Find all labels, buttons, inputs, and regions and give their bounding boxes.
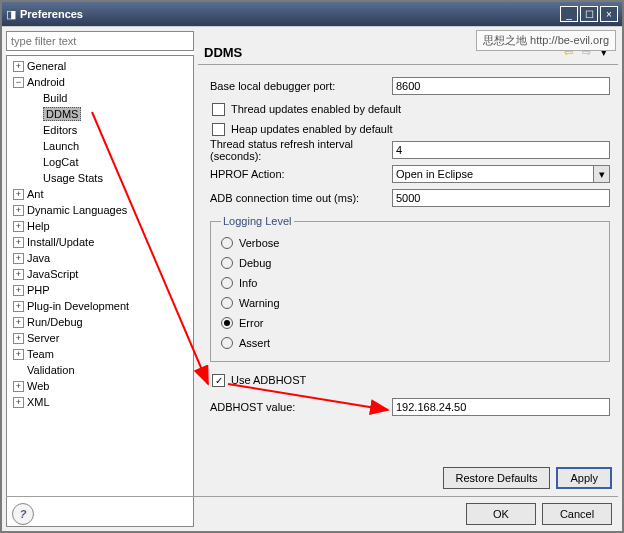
label-adb-timeout: ADB connection time out (ms): [210,192,392,204]
tree-item-web[interactable]: +Web [9,378,191,394]
tree-item-ddms[interactable]: DDMS [9,106,191,122]
apply-button[interactable]: Apply [556,467,612,489]
tree-item-help[interactable]: +Help [9,218,191,234]
expand-icon[interactable]: + [13,285,24,296]
left-pane: +General −Android Build DDMS Editors Lau… [6,31,194,527]
label-thread-upd: Thread updates enabled by default [231,103,401,115]
expand-icon[interactable]: + [13,61,24,72]
tree-item-plugin[interactable]: +Plug-in Development [9,298,191,314]
row-thread-upd[interactable]: Thread updates enabled by default [210,99,610,119]
tree-item-ant[interactable]: +Ant [9,186,191,202]
tree-item-javascript[interactable]: +JavaScript [9,266,191,282]
combo-hprof-value[interactable] [392,165,593,183]
checkbox-heap-upd[interactable] [212,123,225,136]
tree-item-php[interactable]: +PHP [9,282,191,298]
minimize-button[interactable]: _ [560,6,578,22]
expand-icon[interactable]: + [13,301,24,312]
cancel-button[interactable]: Cancel [542,503,612,525]
tree-item-dynlang[interactable]: +Dynamic Languages [9,202,191,218]
dialog-buttons: OK Cancel [460,503,612,525]
expand-icon[interactable]: + [13,317,24,328]
row-thread-int: Thread status refresh interval (seconds)… [210,139,610,161]
expand-icon[interactable]: + [13,221,24,232]
label-baseport: Base local debugger port: [210,80,392,92]
row-hprof: HPROF Action: ▾ [210,163,610,185]
row-use-adbhost[interactable]: ✓ Use ADBHOST [210,370,610,390]
filter-input[interactable] [6,31,194,51]
restore-defaults-button[interactable]: Restore Defaults [443,467,551,489]
body: +General −Android Build DDMS Editors Lau… [2,26,622,531]
row-adbhost-val: ADBHOST value: [210,396,610,418]
row-heap-upd[interactable]: Heap updates enabled by default [210,119,610,139]
titlebar: ◨ Preferences _ ☐ × [2,2,622,26]
tree-item-rundebug[interactable]: +Run/Debug [9,314,191,330]
preferences-window: ◨ Preferences _ ☐ × +General −Android Bu… [0,0,624,533]
logging-group: Logging Level Verbose Debug Info Warning… [210,215,610,362]
expand-icon[interactable]: + [13,381,24,392]
row-adb-timeout: ADB connection time out (ms): [210,187,610,209]
radio-error[interactable]: Error [221,313,599,333]
tree-item-usage[interactable]: Usage Stats [9,170,191,186]
logging-legend: Logging Level [221,215,294,227]
combo-hprof[interactable]: ▾ [392,165,610,183]
radio-assert[interactable]: Assert [221,333,599,353]
tree-item-validation[interactable]: Validation [9,362,191,378]
tree-item-xml[interactable]: +XML [9,394,191,410]
radio-debug[interactable]: Debug [221,253,599,273]
tree-item-launch[interactable]: Launch [9,138,191,154]
expand-icon[interactable]: + [13,205,24,216]
expand-icon[interactable]: + [13,253,24,264]
help-button[interactable]: ? [12,503,34,525]
radio-info[interactable]: Info [221,273,599,293]
label-hprof: HPROF Action: [210,168,392,180]
tree-item-editors[interactable]: Editors [9,122,191,138]
separator [6,496,618,497]
expand-icon[interactable]: + [13,189,24,200]
right-pane: DDMS ⇦ ⇨ ▾ Base local debugger port: Thr… [198,31,618,527]
checkbox-thread-upd[interactable] [212,103,225,116]
input-thread-int[interactable] [392,141,610,159]
radio-verbose[interactable]: Verbose [221,233,599,253]
watermark: 思想之地 http://be-evil.org [476,30,616,51]
collapse-icon[interactable]: − [13,77,24,88]
expand-icon[interactable]: + [13,237,24,248]
tree-item-logcat[interactable]: LogCat [9,154,191,170]
window-title: Preferences [20,8,558,20]
form-area: Base local debugger port: Thread updates… [198,65,618,527]
label-adbhost-val: ADBHOST value: [210,401,392,413]
label-use-adbhost: Use ADBHOST [231,374,306,386]
page-buttons: Restore Defaults Apply [437,467,612,489]
tree-item-server[interactable]: +Server [9,330,191,346]
expand-icon[interactable]: + [13,333,24,344]
ok-button[interactable]: OK [466,503,536,525]
tree-item-android[interactable]: −Android [9,74,191,90]
tree-item-install[interactable]: +Install/Update [9,234,191,250]
tree-item-general[interactable]: +General [9,58,191,74]
radio-warning[interactable]: Warning [221,293,599,313]
tree-item-java[interactable]: +Java [9,250,191,266]
tree[interactable]: +General −Android Build DDMS Editors Lau… [6,55,194,527]
expand-icon[interactable]: + [13,269,24,280]
checkbox-use-adbhost[interactable]: ✓ [212,374,225,387]
label-heap-upd: Heap updates enabled by default [231,123,392,135]
row-baseport: Base local debugger port: [210,75,610,97]
close-button[interactable]: × [600,6,618,22]
chevron-down-icon[interactable]: ▾ [593,165,610,183]
expand-icon[interactable]: + [13,397,24,408]
label-thread-int: Thread status refresh interval (seconds)… [210,138,392,162]
input-adb-timeout[interactable] [392,189,610,207]
input-adbhost-val[interactable] [392,398,610,416]
expand-icon[interactable]: + [13,349,24,360]
tree-item-build[interactable]: Build [9,90,191,106]
tree-item-team[interactable]: +Team [9,346,191,362]
input-baseport[interactable] [392,77,610,95]
maximize-button[interactable]: ☐ [580,6,598,22]
app-icon: ◨ [6,8,16,21]
